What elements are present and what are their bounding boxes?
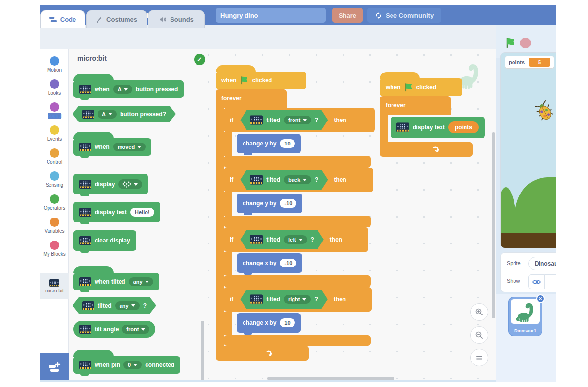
change-x-block[interactable]: change x by -10 <box>237 253 302 273</box>
delete-sprite-button[interactable]: ✕ <box>536 294 545 303</box>
code-canvas[interactable]: when clicked forever if tilted front ? t… <box>208 49 496 382</box>
add-extension-icon <box>48 362 61 373</box>
display-text-block[interactable]: display text points <box>391 117 485 138</box>
show-sprite-button[interactable] <box>528 274 545 289</box>
chevron-down-icon <box>131 304 135 307</box>
sidebar-item-sound[interactable]: Sound <box>40 99 69 121</box>
direction-dropdown[interactable]: any <box>115 301 140 310</box>
forever-block[interactable]: forever <box>216 89 287 108</box>
zoom-reset-button[interactable] <box>470 349 488 366</box>
block-text: clear display <box>95 237 130 244</box>
green-flag-button[interactable] <box>505 37 516 48</box>
gesture-dropdown[interactable]: moved <box>113 143 146 151</box>
add-extension-button[interactable] <box>40 353 69 382</box>
tilted-condition[interactable]: tilted right ? <box>240 290 327 309</box>
script-when-flag-clicked[interactable]: when clicked <box>380 78 462 96</box>
sidebar-item-motion[interactable]: Motion <box>40 53 69 75</box>
value-input[interactable]: -10 <box>280 259 296 267</box>
dropdown-value: any <box>133 279 143 285</box>
code-vertical-scrollbar[interactable] <box>492 132 495 318</box>
variable-label: points <box>509 59 525 65</box>
category-sidebar: Motion Looks Sound Events Control Sensin… <box>40 49 69 353</box>
palette-block-display[interactable]: display <box>74 174 148 194</box>
sidebar-item-sensing[interactable]: Sensing <box>40 168 69 191</box>
pin-dropdown[interactable]: 0 <box>123 361 142 369</box>
share-button[interactable]: Share <box>332 8 363 23</box>
if-block[interactable]: if tilted left ? then <box>224 227 368 252</box>
project-name-input[interactable] <box>216 8 326 23</box>
sprite-card-dinosaur1[interactable]: Dinosaur1 ✕ <box>509 297 542 336</box>
palette-scrollbar[interactable] <box>201 321 204 382</box>
dropdown-value: back <box>288 177 300 183</box>
sidebar-item-label: Sensing <box>46 182 63 188</box>
sidebar-item-operators[interactable]: Operators <box>40 191 69 214</box>
zoom-out-button[interactable] <box>470 326 488 344</box>
microbit-icon <box>79 85 91 94</box>
value-input[interactable]: 10 <box>280 139 294 148</box>
hide-sprite-button[interactable] <box>544 274 556 289</box>
palette-block-display-text[interactable]: display text Hello! <box>74 202 160 222</box>
direction-dropdown[interactable]: right <box>284 295 311 304</box>
tilted-condition[interactable]: tilted back ? <box>240 170 328 190</box>
palette-block-clear-display[interactable]: clear display <box>74 230 136 251</box>
sidebar-item-looks[interactable]: Looks <box>40 76 69 98</box>
sidebar-item-microbit[interactable]: micro:bit <box>40 273 69 299</box>
led-pattern-icon <box>122 181 131 188</box>
tab-code[interactable]: Code <box>40 10 85 28</box>
sidebar-item-label: My Blocks <box>43 251 66 257</box>
sidebar-item-control[interactable]: Control <box>40 145 69 168</box>
palette-block-when-moved[interactable]: when moved <box>74 138 151 156</box>
value-input[interactable]: 10 <box>280 318 294 327</box>
palette-block-when-pin-connected[interactable]: when pin 0 connected <box>74 356 180 374</box>
if-block[interactable]: if tilted front ? then <box>224 108 375 132</box>
change-y-block[interactable]: change y by 10 <box>237 134 301 153</box>
if-block[interactable]: if tilted back ? then <box>224 168 373 192</box>
tilted-condition[interactable]: tilted left ? <box>240 230 324 249</box>
pattern-dropdown[interactable] <box>118 179 142 189</box>
palette-block-tilt-angle[interactable]: tilt angle front <box>74 321 155 338</box>
palette-block-when-button-pressed[interactable]: when A button pressed <box>74 80 184 98</box>
block-text: when <box>95 86 110 93</box>
microbit-icon <box>250 235 263 244</box>
sidebar-item-label: Motion <box>47 67 62 73</box>
variable-value: 5 <box>529 58 550 67</box>
events-dot-icon <box>50 125 59 135</box>
tilted-condition[interactable]: tilted front ? <box>240 110 328 130</box>
if-block[interactable]: if tilted right ? then <box>224 287 372 312</box>
palette-block-button-pressed[interactable]: A button pressed? <box>73 106 176 122</box>
sprite-name-input[interactable] <box>528 257 556 270</box>
see-community-button[interactable]: See Community <box>368 8 441 23</box>
forever-block[interactable]: forever <box>380 96 451 115</box>
palette-block-tilted[interactable]: tilted any ? <box>73 297 156 314</box>
value-input[interactable]: -10 <box>280 199 296 208</box>
code-horizontal-scrollbar[interactable] <box>267 377 394 380</box>
sidebar-item-my-blocks[interactable]: My Blocks <box>40 237 69 260</box>
tab-sounds[interactable]: Sounds <box>148 10 205 28</box>
motion-dot-icon <box>50 56 59 66</box>
direction-dropdown[interactable]: back <box>284 175 311 184</box>
if-bottom <box>224 335 371 346</box>
if-bottom <box>224 275 371 287</box>
change-x-block[interactable]: change x by 10 <box>237 313 301 333</box>
stop-button[interactable] <box>520 38 531 48</box>
direction-dropdown[interactable]: any <box>129 277 153 286</box>
script-when-flag-clicked[interactable]: when clicked <box>216 72 306 89</box>
tab-costumes-label: Costumes <box>106 16 137 23</box>
points-variable[interactable]: points <box>448 121 479 133</box>
sidebar-item-label: Control <box>47 159 62 165</box>
sidebar-item-variables[interactable]: Variables <box>40 214 69 237</box>
tab-costumes[interactable]: Costumes <box>86 10 147 28</box>
direction-dropdown[interactable]: left <box>284 235 307 244</box>
direction-dropdown[interactable]: front <box>122 325 149 334</box>
microbit-connected-check-icon[interactable] <box>194 54 205 65</box>
zoom-in-button[interactable] <box>470 303 488 321</box>
block-text: when <box>386 84 401 91</box>
palette-block-when-tilted[interactable]: when tilted any <box>74 273 159 290</box>
button-dropdown[interactable]: A <box>113 85 132 94</box>
sidebar-item-events[interactable]: Events <box>40 122 69 145</box>
direction-dropdown[interactable]: front <box>284 116 311 124</box>
button-dropdown[interactable]: A <box>98 110 117 119</box>
block-text: ? <box>314 296 318 303</box>
text-input[interactable]: Hello! <box>130 208 154 217</box>
change-y-block[interactable]: change y by -10 <box>237 194 302 213</box>
